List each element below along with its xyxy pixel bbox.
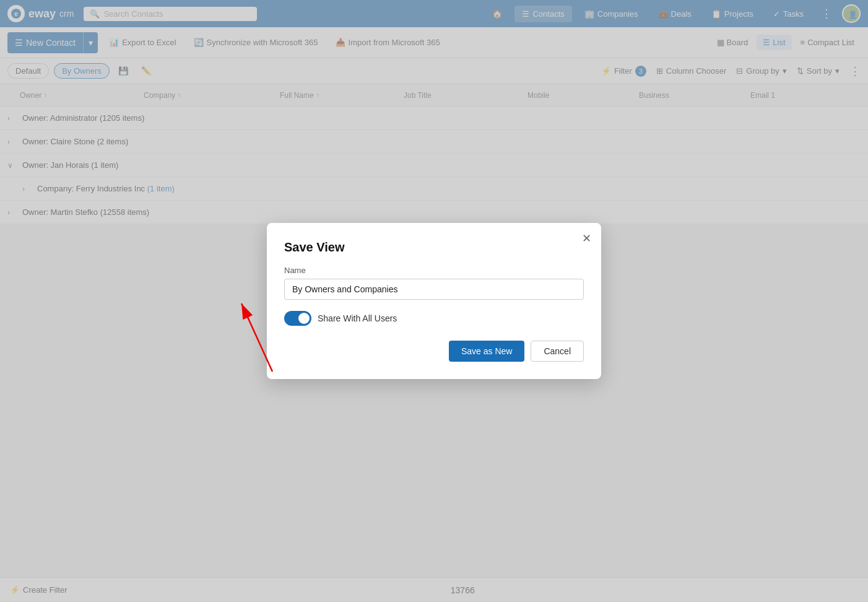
cancel-button[interactable]: Cancel <box>531 341 584 362</box>
share-toggle[interactable] <box>284 311 311 326</box>
name-label: Name <box>284 266 584 275</box>
share-toggle-row: Share With All Users <box>284 311 584 326</box>
modal-close-button[interactable]: ✕ <box>582 233 591 244</box>
modal-title: Save View <box>284 240 584 255</box>
share-label: Share With All Users <box>318 313 397 323</box>
save-view-modal: ✕ Save View Name Share With All Users Sa… <box>267 223 601 379</box>
name-input[interactable] <box>284 279 584 300</box>
save-as-new-button[interactable]: Save as New <box>449 341 524 362</box>
modal-actions: Save as New Cancel <box>284 341 584 362</box>
modal-overlay[interactable]: ✕ Save View Name Share With All Users Sa… <box>0 0 868 602</box>
toggle-knob <box>298 313 310 324</box>
